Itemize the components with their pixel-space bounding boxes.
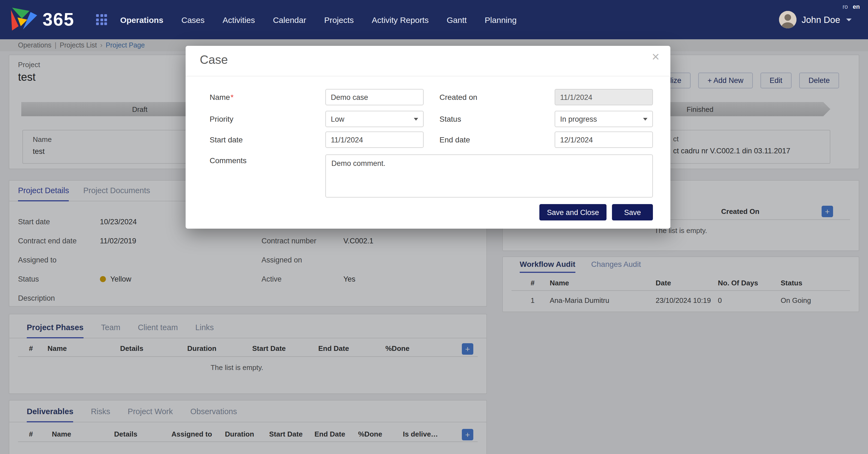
close-icon[interactable]: × [652,49,659,65]
apps-grid-icon[interactable] [96,14,107,25]
priority-select[interactable]: Low [326,111,424,127]
start-date-input[interactable] [326,131,424,148]
nav-item-cases[interactable]: Cases [182,15,205,24]
modal-actions: Save and Close Save [539,204,653,221]
chevron-down-icon [846,18,851,21]
required-asterisk: * [231,93,234,101]
comments-label: Comments [210,155,246,166]
priority-label: Priority [210,111,234,127]
user-menu[interactable]: John Doe [779,11,851,28]
app-window: Operations | Projects List › Project Pag… [0,0,868,454]
user-name[interactable]: John Doe [802,14,840,25]
nav-item-operations[interactable]: Operations [120,15,163,24]
status-selected-value: In progress [560,115,597,123]
name-input[interactable] [326,89,424,105]
brand-triangle-icon [11,8,38,32]
topbar: 365 Operations Cases Activities Calendar… [0,0,868,39]
priority-selected-value: Low [331,115,344,123]
status-label: Status [439,111,461,127]
created-on-label: Created on [439,89,477,105]
person-icon [779,11,797,28]
end-date-label: End date [439,131,470,148]
modal-header: Case × [186,46,671,76]
nav-item-projects[interactable]: Projects [324,15,354,24]
chevron-down-icon [643,118,647,121]
brand-name: 365 [42,9,74,30]
status-select[interactable]: In progress [555,111,653,127]
nav-item-calendar[interactable]: Calendar [273,15,306,24]
lang-ro[interactable]: ro [843,3,848,10]
app-logo[interactable]: 365 [11,8,74,32]
modal-title: Case [200,53,228,67]
nav-item-activities[interactable]: Activities [223,15,255,24]
nav-item-activity-reports[interactable]: Activity Reports [372,15,429,24]
chevron-down-icon [414,118,418,121]
nav-item-planning[interactable]: Planning [485,15,517,24]
save-and-close-button[interactable]: Save and Close [539,204,607,221]
lang-en[interactable]: en [853,3,860,10]
language-switcher: ro en [843,3,860,10]
label-text: Name [210,93,230,101]
name-label: Name* [210,89,234,105]
start-date-label: Start date [210,131,243,148]
end-date-input[interactable] [555,131,653,148]
save-button[interactable]: Save [612,204,653,221]
main-nav: Operations Cases Activities Calendar Pro… [120,15,517,24]
case-modal: Case × Name* Created on Priority Low Sta… [186,46,671,229]
comments-textarea[interactable]: Demo comment. [326,155,653,198]
created-on-input [555,89,653,105]
nav-item-gantt[interactable]: Gantt [446,15,466,24]
user-avatar[interactable] [779,11,797,28]
